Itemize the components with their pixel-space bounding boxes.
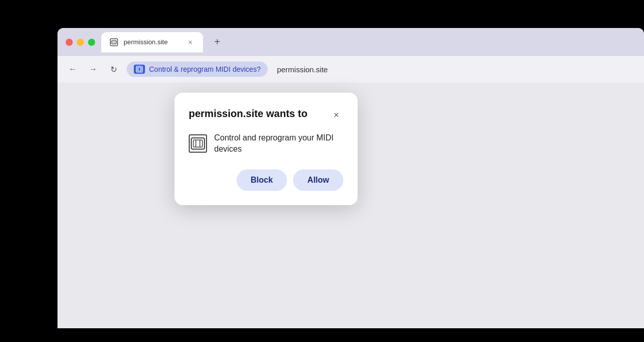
svg-rect-9 xyxy=(193,140,202,147)
page-content: permission.site wants to × Control and r… xyxy=(57,82,644,328)
forward-button[interactable]: → xyxy=(86,62,100,76)
new-tab-button[interactable]: + xyxy=(209,34,225,50)
browser-window: permission.site × + ← → ↻ Control & repr… xyxy=(57,28,644,328)
minimize-window-button[interactable] xyxy=(77,39,84,46)
traffic-lights xyxy=(66,39,95,46)
permission-indicator[interactable]: Control & reprogram MIDI devices? xyxy=(127,62,268,77)
browser-tab[interactable]: permission.site × xyxy=(101,32,203,52)
midi-permission-icon xyxy=(134,65,145,74)
url-display: permission.site xyxy=(277,65,328,74)
allow-button[interactable]: Allow xyxy=(293,169,343,191)
dialog-header: permission.site wants to × xyxy=(189,107,343,122)
permission-dialog: permission.site wants to × Control and r… xyxy=(174,93,358,205)
dialog-description: Control and reprogram your MIDI devices xyxy=(214,132,343,155)
tab-favicon-icon xyxy=(109,38,119,47)
title-bar: permission.site × + xyxy=(57,28,644,56)
permission-text: Control & reprogram MIDI devices? xyxy=(149,65,260,73)
close-window-button[interactable] xyxy=(66,39,73,46)
dialog-title: permission.site wants to xyxy=(189,107,307,120)
svg-rect-5 xyxy=(137,67,141,71)
nav-bar: ← → ↻ Control & reprogram MIDI devices? … xyxy=(57,56,644,82)
tab-close-button[interactable]: × xyxy=(186,38,195,47)
svg-rect-1 xyxy=(111,41,116,44)
block-button[interactable]: Block xyxy=(237,169,287,191)
reload-button[interactable]: ↻ xyxy=(106,62,121,76)
back-button[interactable]: ← xyxy=(66,62,80,76)
dialog-close-button[interactable]: × xyxy=(329,108,343,122)
dialog-actions: Block Allow xyxy=(189,169,343,191)
midi-icon xyxy=(189,134,207,153)
dialog-body: Control and reprogram your MIDI devices xyxy=(189,132,343,155)
maximize-window-button[interactable] xyxy=(88,39,95,46)
tab-title: permission.site xyxy=(124,38,181,46)
